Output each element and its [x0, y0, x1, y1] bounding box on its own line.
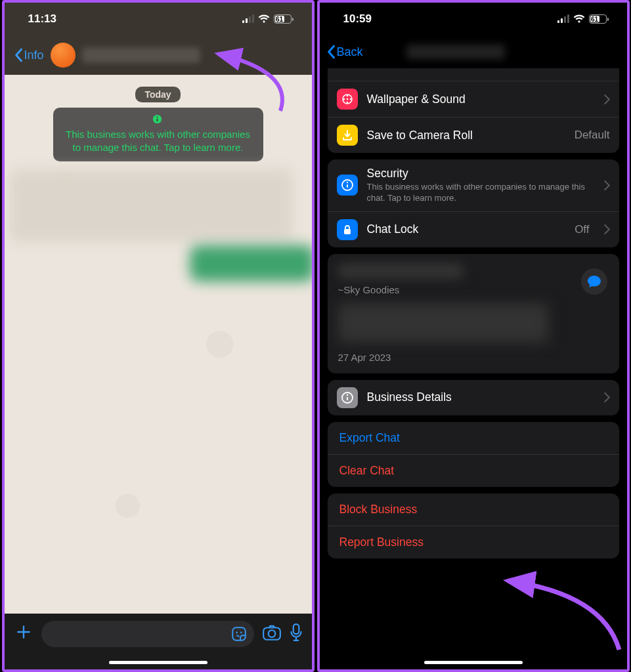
svg-point-14 — [346, 98, 348, 100]
sticker-icon[interactable] — [230, 625, 248, 642]
save-camera-roll-value: Default — [575, 129, 610, 142]
chat-title[interactable] — [82, 47, 200, 63]
clear-chat-button[interactable]: Clear Chat — [328, 455, 619, 487]
svg-point-10 — [346, 95, 348, 97]
incoming-message — [10, 169, 292, 242]
status-time: 11:13 — [28, 12, 56, 26]
battery-icon: 61 — [589, 14, 609, 24]
chevron-right-icon — [604, 224, 610, 234]
svg-rect-1 — [156, 119, 158, 122]
chevron-right-icon — [604, 392, 610, 402]
back-label: Info — [24, 49, 44, 62]
wallpaper-icon — [337, 89, 358, 110]
chevron-right-icon — [604, 180, 610, 190]
back-label: Back — [337, 45, 363, 59]
svg-point-2 — [156, 116, 158, 117]
chat-lock-row[interactable]: Chat Lock Off — [328, 212, 619, 247]
security-row[interactable]: Security This business works with other … — [328, 159, 619, 212]
svg-point-17 — [346, 182, 347, 183]
chat-body: Today This business works with other com… — [5, 75, 312, 614]
home-indicator — [109, 661, 207, 664]
info-icon — [337, 387, 358, 408]
attach-button[interactable] — [14, 621, 33, 646]
svg-rect-16 — [347, 184, 348, 188]
contact-subtitle: ~Sky Goodies — [338, 284, 609, 295]
home-indicator — [424, 661, 523, 664]
wallpaper-sound-row[interactable]: Wallpaper & Sound — [328, 81, 619, 117]
business-details-row[interactable]: Business Details — [328, 380, 619, 415]
svg-point-7 — [268, 630, 275, 637]
chat-lock-value: Off — [575, 223, 589, 236]
date-pill: Today — [135, 87, 180, 102]
export-chat-button[interactable]: Export Chat — [328, 422, 619, 455]
download-icon — [337, 125, 358, 146]
message-input[interactable] — [41, 621, 254, 647]
contact-info — [338, 303, 548, 343]
chevron-right-icon — [604, 94, 610, 104]
status-time: 10:59 — [343, 12, 372, 26]
mic-button[interactable] — [290, 623, 303, 644]
chat-header: Info — [5, 35, 312, 75]
info-icon — [337, 175, 358, 196]
contact-name — [338, 263, 463, 279]
avatar[interactable] — [51, 43, 76, 68]
svg-point-4 — [236, 631, 238, 633]
chat-icon — [587, 275, 601, 288]
lock-icon — [337, 219, 358, 240]
business-info-notice[interactable]: This business works with other companies… — [53, 108, 263, 161]
page-title — [406, 45, 505, 59]
block-business-button[interactable]: Block Business — [328, 494, 619, 526]
back-button[interactable]: Back — [326, 45, 363, 59]
wifi-icon — [258, 14, 270, 24]
settings-header: Back — [320, 35, 627, 68]
status-bar: 10:59 61 — [320, 3, 627, 35]
list-item[interactable] — [328, 68, 619, 81]
svg-rect-18 — [344, 229, 351, 234]
cellular-icon — [557, 15, 569, 23]
status-bar: 11:13 61 — [5, 3, 312, 35]
contact-card[interactable]: ~Sky Goodies 27 Apr 2023 — [328, 254, 619, 373]
cellular-icon — [242, 15, 254, 23]
battery-icon: 61 — [274, 14, 294, 24]
message-button[interactable] — [581, 268, 607, 295]
info-icon — [152, 114, 162, 124]
outgoing-message — [190, 245, 315, 282]
svg-rect-3 — [232, 627, 246, 640]
contact-date: 27 Apr 2023 — [338, 352, 609, 363]
svg-point-21 — [346, 394, 347, 396]
svg-point-12 — [346, 102, 348, 104]
wifi-icon — [573, 14, 585, 24]
back-button[interactable]: Info — [14, 48, 44, 62]
svg-point-11 — [349, 98, 351, 100]
svg-rect-20 — [347, 397, 348, 400]
svg-point-13 — [343, 98, 345, 100]
camera-button[interactable] — [262, 624, 282, 644]
save-camera-roll-row[interactable]: Save to Camera Roll Default — [328, 117, 619, 153]
report-business-button[interactable]: Report Business — [328, 526, 619, 558]
svg-point-5 — [240, 631, 242, 633]
svg-rect-8 — [293, 624, 299, 634]
